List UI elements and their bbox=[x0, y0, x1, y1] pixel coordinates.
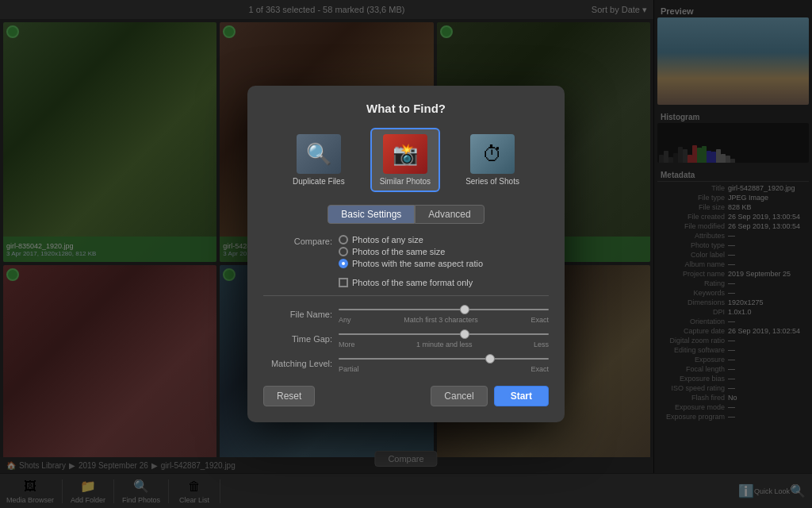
format-only-spacer bbox=[263, 275, 339, 276]
series-icon: ⏱ bbox=[470, 134, 515, 174]
time-gap-slider-labels: More 1 minute and less Less bbox=[339, 341, 549, 348]
format-only-label: Photos of the same format only bbox=[352, 278, 473, 287]
file-name-right-label: Exact bbox=[530, 316, 549, 324]
modal-divider bbox=[263, 295, 549, 296]
matching-slider-thumb[interactable] bbox=[485, 354, 495, 364]
modal-overlay: What to Find? 🔍 Duplicate Files 📸 Simila… bbox=[0, 0, 812, 508]
modal-icons-row: 🔍 Duplicate Files 📸 Similar Photos ⏱ Ser… bbox=[263, 128, 549, 192]
format-only-checkbox-row[interactable]: Photos of the same format only bbox=[339, 278, 473, 287]
time-gap-center-label: 1 minute and less bbox=[416, 341, 473, 348]
matching-slider-labels: Partial Exact bbox=[339, 365, 549, 373]
file-name-slider-track[interactable] bbox=[339, 304, 549, 315]
what-to-find-modal: What to Find? 🔍 Duplicate Files 📸 Simila… bbox=[247, 86, 565, 422]
time-gap-label: Time Gap: bbox=[263, 334, 339, 344]
compare-label: Compare: bbox=[263, 235, 339, 246]
compare-option[interactable]: Photos of the same size bbox=[339, 247, 483, 256]
compare-options: Photos of any sizePhotos of the same siz… bbox=[339, 235, 483, 268]
time-gap-left-label: More bbox=[339, 341, 355, 348]
radio-label: Photos of the same size bbox=[352, 247, 445, 256]
tab-basic[interactable]: Basic Settings bbox=[327, 205, 415, 224]
modal-tabs: Basic SettingsAdvanced bbox=[263, 205, 549, 224]
compare-option[interactable]: Photos of any size bbox=[339, 235, 483, 244]
modal-icon-series[interactable]: ⏱ Series of Shots bbox=[456, 128, 529, 192]
radio-label: Photos of any size bbox=[352, 235, 423, 244]
file-name-slider-labels: Any Match first 3 characters Exact bbox=[339, 316, 549, 324]
modal-action-buttons: Cancel Start bbox=[431, 386, 549, 406]
compare-row: Compare: Photos of any sizePhotos of the… bbox=[263, 235, 549, 268]
time-gap-right-label: Less bbox=[534, 341, 549, 348]
matching-slider-container: Partial Exact bbox=[339, 353, 549, 373]
radio-circle[interactable] bbox=[339, 259, 348, 268]
modal-icon-duplicate[interactable]: 🔍 Duplicate Files bbox=[283, 128, 354, 192]
format-only-row: Photos of the same format only bbox=[263, 275, 549, 287]
reset-button[interactable]: Reset bbox=[263, 386, 315, 406]
file-name-slider-thumb[interactable] bbox=[460, 305, 469, 314]
matching-slider-row: Matching Level: Partial Exact bbox=[263, 353, 549, 373]
matching-left-label: Partial bbox=[339, 365, 359, 373]
time-gap-slider-thumb[interactable] bbox=[460, 329, 469, 339]
matching-label: Matching Level: bbox=[263, 359, 339, 368]
duplicate-icon: 🔍 bbox=[297, 134, 341, 174]
matching-right-label: Exact bbox=[530, 365, 549, 373]
radio-label: Photos with the same aspect ratio bbox=[352, 259, 483, 268]
file-name-slider-container: Any Match first 3 characters Exact bbox=[339, 304, 549, 324]
file-name-center-label: Match first 3 characters bbox=[404, 316, 478, 324]
format-only-checkbox[interactable] bbox=[339, 278, 348, 287]
tab-advanced[interactable]: Advanced bbox=[415, 205, 484, 224]
similar-icon-label: Similar Photos bbox=[380, 177, 431, 186]
matching-slider-track[interactable] bbox=[339, 353, 549, 364]
start-button[interactable]: Start bbox=[494, 386, 549, 406]
matching-slider-line bbox=[339, 358, 549, 360]
modal-title: What to Find? bbox=[263, 102, 549, 115]
file-name-slider-line bbox=[339, 309, 549, 310]
modal-icon-similar[interactable]: 📸 Similar Photos bbox=[370, 128, 440, 192]
series-icon-label: Series of Shots bbox=[465, 177, 519, 186]
file-name-label: File Name: bbox=[263, 310, 339, 319]
file-name-left-label: Any bbox=[339, 316, 351, 324]
time-gap-slider-container: More 1 minute and less Less bbox=[339, 329, 549, 348]
compare-option[interactable]: Photos with the same aspect ratio bbox=[339, 259, 483, 268]
modal-buttons: Reset Cancel Start bbox=[263, 386, 549, 406]
radio-circle[interactable] bbox=[339, 235, 348, 244]
cancel-button[interactable]: Cancel bbox=[431, 386, 487, 406]
time-gap-slider-track[interactable] bbox=[339, 329, 549, 340]
duplicate-icon-label: Duplicate Files bbox=[293, 177, 345, 186]
file-name-slider-row: File Name: Any Match first 3 characters … bbox=[263, 304, 549, 324]
similar-icon: 📸 bbox=[383, 134, 427, 174]
radio-circle[interactable] bbox=[339, 247, 348, 256]
time-gap-slider-line bbox=[339, 333, 549, 335]
time-gap-slider-row: Time Gap: More 1 minute and less Less bbox=[263, 329, 549, 348]
